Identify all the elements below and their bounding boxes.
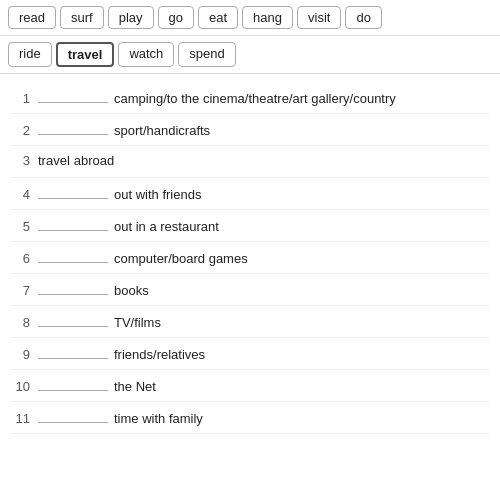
list-item: 5out in a restaurant bbox=[10, 210, 490, 242]
item-text: time with family bbox=[114, 411, 203, 426]
tag-play[interactable]: play bbox=[108, 6, 154, 29]
item-text: the Net bbox=[114, 379, 156, 394]
item-text: out in a restaurant bbox=[114, 219, 219, 234]
item-text: TV/films bbox=[114, 315, 161, 330]
item-text: camping/to the cinema/theatre/art galler… bbox=[114, 91, 396, 106]
item-number: 10 bbox=[10, 379, 38, 394]
tag-spend[interactable]: spend bbox=[178, 42, 235, 67]
list-area: 1camping/to the cinema/theatre/art galle… bbox=[0, 74, 500, 442]
item-blank[interactable] bbox=[38, 217, 108, 231]
tag-watch[interactable]: watch bbox=[118, 42, 174, 67]
item-blank[interactable] bbox=[38, 249, 108, 263]
tag-surf[interactable]: surf bbox=[60, 6, 104, 29]
item-number: 4 bbox=[10, 187, 38, 202]
item-text: out with friends bbox=[114, 187, 201, 202]
tag-travel[interactable]: travel bbox=[56, 42, 115, 67]
list-item: 6computer/board games bbox=[10, 242, 490, 274]
item-number: 9 bbox=[10, 347, 38, 362]
item-number: 7 bbox=[10, 283, 38, 298]
item-number: 8 bbox=[10, 315, 38, 330]
item-word: travel bbox=[38, 153, 70, 168]
tag-eat[interactable]: eat bbox=[198, 6, 238, 29]
item-blank[interactable] bbox=[38, 281, 108, 295]
item-number: 1 bbox=[10, 91, 38, 106]
list-item: 7books bbox=[10, 274, 490, 306]
tag-go[interactable]: go bbox=[158, 6, 194, 29]
item-number: 5 bbox=[10, 219, 38, 234]
list-item: 10the Net bbox=[10, 370, 490, 402]
item-blank[interactable] bbox=[38, 121, 108, 135]
item-text: friends/relatives bbox=[114, 347, 205, 362]
item-text: computer/board games bbox=[114, 251, 248, 266]
list-item: 9friends/relatives bbox=[10, 338, 490, 370]
list-item: 2sport/handicrafts bbox=[10, 114, 490, 146]
item-blank[interactable] bbox=[38, 185, 108, 199]
tag-do[interactable]: do bbox=[345, 6, 381, 29]
tag-row-1: readsurfplaygoeathangvisitdo bbox=[0, 0, 500, 36]
item-blank[interactable] bbox=[38, 377, 108, 391]
item-text: abroad bbox=[74, 153, 114, 168]
list-item: 4out with friends bbox=[10, 178, 490, 210]
tag-read[interactable]: read bbox=[8, 6, 56, 29]
list-item: 11time with family bbox=[10, 402, 490, 434]
item-blank[interactable] bbox=[38, 345, 108, 359]
list-item: 1camping/to the cinema/theatre/art galle… bbox=[10, 82, 490, 114]
item-blank[interactable] bbox=[38, 89, 108, 103]
item-number: 2 bbox=[10, 123, 38, 138]
list-item: 3travelabroad bbox=[10, 146, 490, 178]
item-blank[interactable] bbox=[38, 409, 108, 423]
item-text: sport/handicrafts bbox=[114, 123, 210, 138]
item-number: 11 bbox=[10, 411, 38, 426]
tag-ride[interactable]: ride bbox=[8, 42, 52, 67]
item-number: 6 bbox=[10, 251, 38, 266]
tag-visit[interactable]: visit bbox=[297, 6, 341, 29]
tag-hang[interactable]: hang bbox=[242, 6, 293, 29]
item-blank[interactable] bbox=[38, 313, 108, 327]
tag-row-2: ridetravelwatchspend bbox=[0, 36, 500, 74]
item-number: 3 bbox=[10, 153, 38, 168]
list-item: 8TV/films bbox=[10, 306, 490, 338]
item-text: books bbox=[114, 283, 149, 298]
